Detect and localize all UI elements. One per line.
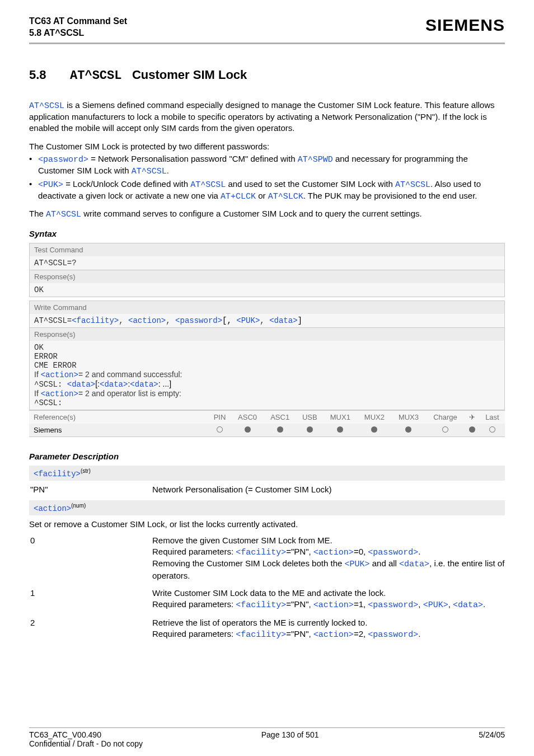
protected-intro: The Customer SIM Lock is protected by tw… [29,141,505,152]
col-mux2: MUX2 [357,411,391,424]
response-cme-error: CME ERROR [34,361,500,370]
syntax-box-test: Test Command AT^SCSL=? Response(s) OK [29,243,505,297]
responses-label: Response(s) [30,327,504,341]
param-row-pn: "PN" Network Personalisation (= Customer… [29,481,505,499]
cmd-link-at-spwd[interactable]: AT^SPWD [298,155,333,165]
param-link-action[interactable]: <action> [41,389,78,398]
param-key: 2 [29,617,152,640]
dot-icon [337,426,343,433]
col-usb: USB [296,411,323,424]
col-pin: PIN [208,411,231,424]
param-row-action-0: 0 Remove the given Customer SIM Lock fro… [29,532,505,584]
reference-header-row: Reference(s) PIN ASC0 ASC1 USB MUX1 MUX2… [29,411,505,424]
param-link-facility[interactable]: <facility> [34,469,81,478]
param-link-facility[interactable]: <facility> [236,548,286,557]
dot-icon [245,426,251,433]
dot-icon [442,426,448,433]
write-command: AT^SCSL=<facility>, <action>, <password>… [34,316,500,325]
param-link-puk[interactable]: <PUK> [345,560,370,569]
col-last: Last [480,411,505,424]
response-if-success: If <action>= 2 and command successful: [34,370,500,379]
header-divider [29,43,505,44]
param-link-password[interactable]: <password> [175,316,222,325]
ref-label: Siemens [29,424,208,437]
syntax-heading: Syntax [29,229,505,238]
param-link-data[interactable]: <data> [130,380,158,389]
cmd-link-at-clck[interactable]: AT+CLCK [221,192,256,201]
col-mux3: MUX3 [391,411,425,424]
bullet-puk: <PUK> = Lock/Unlock Code defined with AT… [29,179,505,203]
param-link-data[interactable]: <data> [453,600,483,610]
dot-icon [405,426,411,433]
param-value: Remove the given Customer SIM Lock from … [152,535,505,581]
param-link-data[interactable]: <data> [269,316,297,325]
bullet-password: <password> = Network Personalisation pas… [29,153,505,177]
responses-label: Response(s) [30,270,504,283]
page-header: TC63 AT Command Set 5.8 AT^SCSL SIEMENS [29,16,505,39]
brand-logo: SIEMENS [425,16,505,35]
cmd-link-at-scsl[interactable]: AT^SCSL [132,167,167,176]
col-asc1: ASC1 [264,411,296,424]
param-header-action: <action>(num) [29,500,505,515]
dot-icon [277,426,283,433]
param-row-action-2: 2 Retrieve the list of operators the ME … [29,614,505,644]
footer-page-number: Page 130 of 501 [261,730,319,739]
param-link-action[interactable]: <action> [41,370,78,379]
header-title-line1: TC63 AT Command Set [29,16,127,27]
col-asc0: ASC0 [231,411,264,424]
param-link-password[interactable]: <password> [38,155,88,165]
cmd-link-at-scsl[interactable]: AT^SCSL [395,180,430,190]
param-link-data[interactable]: <data> [399,560,429,569]
response-if-empty: If <action>= 2 and operator list is empt… [34,389,500,398]
param-link-puk[interactable]: <PUK> [423,600,448,610]
param-link-password[interactable]: <password> [368,600,418,610]
param-link-puk[interactable]: <PUK> [236,316,260,325]
col-charge: Charge [425,411,465,424]
param-link-action[interactable]: <action> [313,630,354,640]
param-link-facility[interactable]: <facility> [236,630,286,640]
dot-icon [217,426,223,433]
param-key: 1 [29,588,152,611]
param-link-action[interactable]: <action> [313,548,354,557]
document-page: TC63 AT Command Set 5.8 AT^SCSL SIEMENS … [0,0,534,756]
write-responses: OK ERROR CME ERROR If <action>= 2 and co… [30,341,504,410]
reference-table: Reference(s) PIN ASC0 ASC1 USB MUX1 MUX2… [29,410,505,437]
dot-icon [489,426,495,433]
response-scsl-empty: ^SCSL: [34,398,500,407]
param-link-action[interactable]: <action> [313,600,354,610]
param-value: Network Personalisation (= Customer SIM … [152,484,505,495]
param-key: "PN" [29,484,152,495]
param-link-puk[interactable]: <PUK> [38,180,63,190]
param-value: Retrieve the list of operators the ME is… [152,617,505,640]
response-scsl-data: ^SCSL: <data>[:<data>:<data>: ...] [34,379,500,389]
response-error: ERROR [34,352,500,361]
action-intro: Set or remove a Customer SIM Lock, or li… [29,519,505,530]
section-title: Customer SIM Lock [132,68,247,82]
write-command-label: Write Command [30,301,504,314]
footer-doc-id: TC63_ATC_V00.490 [29,730,101,739]
cmd-link-at-scsl[interactable]: AT^SCSL [190,180,226,190]
cmd-link-at-scsl[interactable]: AT^SCSL [46,210,81,219]
col-references: Reference(s) [29,411,208,424]
param-link-action[interactable]: <action> [34,504,71,513]
param-link-data[interactable]: <data> [67,380,95,389]
intro-paragraph: AT^SCSL is a Siemens defined command esp… [29,100,505,134]
param-link-facility[interactable]: <facility> [72,316,119,325]
footer-confidential: Confidential / Draft - Do not copy [29,739,505,748]
parameter-description-heading: Parameter Description [29,452,505,461]
header-title-line2: 5.8 AT^SCSL [29,27,127,39]
cmd-link-at-scsl[interactable]: AT^SCSL [29,101,64,111]
test-command-label: Test Command [30,243,504,256]
dot-icon [371,426,377,433]
reference-row-siemens: Siemens [29,424,505,437]
write-cmd-intro: The AT^SCSL write command serves to conf… [29,208,505,220]
param-link-facility[interactable]: <facility> [236,600,286,610]
test-command: AT^SCSL=? [34,259,500,267]
password-bullet-list: <password> = Network Personalisation pas… [29,153,505,203]
param-link-password[interactable]: <password> [368,630,418,640]
param-link-password[interactable]: <password> [368,548,418,557]
response-ok: OK [34,285,500,294]
param-link-data[interactable]: <data> [100,380,128,389]
param-link-action[interactable]: <action> [128,316,166,325]
cmd-link-at-slck[interactable]: AT^SLCK [268,192,303,201]
